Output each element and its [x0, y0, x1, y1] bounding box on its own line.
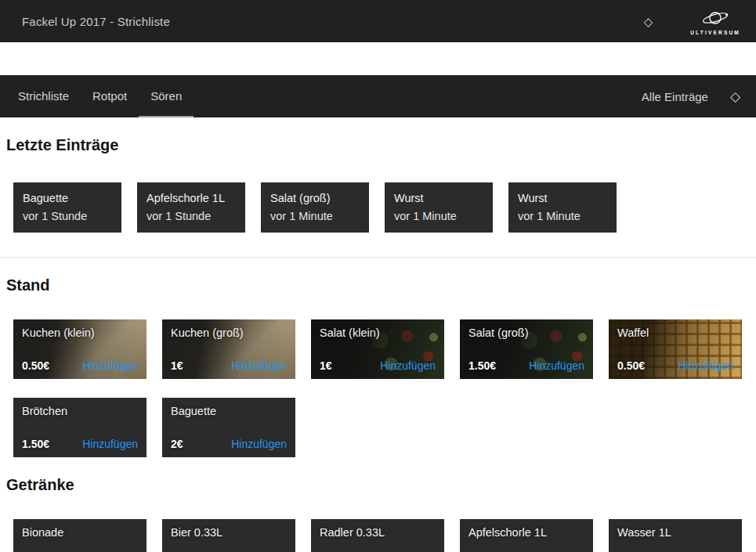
product-name: Bier 0.33L [171, 526, 222, 539]
recent-entry-name: Salat (groß) [270, 189, 360, 207]
recent-entry-name: Wurst [394, 189, 483, 207]
recent-entry-time: vor 1 Minute [518, 207, 607, 225]
product-price: 1.50€ [22, 438, 49, 450]
tab-rotpot[interactable]: Rotpot [81, 75, 139, 117]
product-name: Salat (klein) [320, 327, 380, 339]
recent-entry-card[interactable]: Salat (groß) vor 1 Minute [261, 182, 369, 233]
product-card: Kuchen (groß) 1€ Hinzufügen [162, 319, 295, 379]
hinzufuegen-button[interactable]: Hinzufügen [82, 438, 138, 450]
product-card: Salat (groß) 1.50€ Hinzufügen [460, 319, 593, 379]
header-diamond-icon[interactable]: ◇ [644, 16, 653, 27]
app-header: Fackel Up 2017 - Strichliste ◇ ULTIVERSU… [0, 0, 756, 42]
hinzufuegen-button[interactable]: Hinzufügen [231, 438, 287, 450]
recent-entry-card[interactable]: Apfelschorle 1L vor 1 Stunde [137, 182, 245, 233]
tab-strichliste[interactable]: Strichliste [6, 75, 81, 117]
recent-entry-name: Apfelschorle 1L [146, 189, 236, 207]
product-card: Bier 0.33L [162, 519, 295, 552]
header-actions: ◇ ULTIVERSUM [644, 8, 745, 35]
product-name: Radler 0.33L [320, 526, 385, 539]
product-name: Waffel [617, 327, 649, 339]
logo-text: ULTIVERSUM [690, 30, 740, 35]
product-card: Radler 0.33L [311, 519, 444, 552]
hinzufuegen-button[interactable]: Hinzufügen [231, 359, 287, 372]
product-price: 2€ [171, 438, 183, 450]
product-price: 1€ [171, 359, 183, 372]
recent-entry-card[interactable]: Wurst vor 1 Minute [508, 182, 617, 233]
product-card: Brötchen 1.50€ Hinzufügen [13, 398, 146, 457]
section-title-recent: Letzte Einträge [6, 136, 750, 154]
product-card: Waffel 0.50€ Hinzufügen [609, 319, 742, 379]
drinks-product-grid: Bionade Bier 0.33L Radler 0.33L Apfelsch… [13, 519, 756, 552]
page: Fackel Up 2017 - Strichliste ◇ ULTIVERSU… [0, 0, 756, 552]
recent-entry-name: Baguette [23, 189, 112, 207]
product-card: Bionade [13, 519, 146, 552]
product-name: Brötchen [22, 405, 67, 417]
product-price: 0.50€ [617, 359, 645, 372]
product-price: 0.50€ [22, 359, 49, 372]
hinzufuegen-button[interactable]: Hinzufügen [529, 359, 584, 372]
product-name: Salat (groß) [468, 327, 529, 339]
tabbar-diamond-icon[interactable]: ◇ [730, 90, 740, 103]
product-name: Apfelschorle 1L [468, 526, 547, 539]
main-content: Letzte Einträge Baguette vor 1 Stunde Ap… [0, 136, 756, 552]
product-price: 1€ [320, 359, 332, 372]
product-price: 1.50€ [468, 359, 496, 372]
alle-eintraege-link[interactable]: Alle Einträge [642, 90, 708, 103]
product-card: Kuchen (klein) 0.50€ Hinzufügen [13, 319, 146, 379]
recent-entry-time: vor 1 Stunde [146, 207, 236, 225]
tab-bar: Strichliste Rotpot Sören Alle Einträge ◇ [0, 75, 756, 117]
product-name: Kuchen (klein) [22, 327, 95, 339]
hinzufuegen-button[interactable]: Hinzufügen [678, 359, 733, 372]
recent-entry-card[interactable]: Wurst vor 1 Minute [385, 182, 493, 233]
recent-entry-time: vor 1 Stunde [23, 207, 112, 225]
hinzufuegen-button[interactable]: Hinzufügen [82, 359, 138, 372]
recent-entries-row: Baguette vor 1 Stunde Apfelschorle 1L vo… [13, 182, 756, 233]
product-card: Wasser 1L [609, 519, 742, 552]
section-title-drinks: Getränke [6, 476, 750, 494]
tabbar-right: Alle Einträge ◇ [642, 75, 740, 117]
recent-entry-time: vor 1 Minute [270, 207, 360, 225]
section-divider [0, 257, 756, 258]
ultiversum-logo[interactable]: ULTIVERSUM [690, 8, 745, 35]
product-card: Baguette 2€ Hinzufügen [162, 398, 295, 457]
product-name: Kuchen (groß) [171, 327, 244, 339]
product-card: Apfelschorle 1L [460, 519, 593, 552]
section-title-stand: Stand [6, 276, 750, 294]
product-name: Bionade [22, 526, 63, 539]
recent-entry-time: vor 1 Minute [394, 207, 483, 225]
recent-entry-name: Wurst [518, 189, 607, 207]
tab-soeren[interactable]: Sören [139, 75, 194, 117]
product-name: Wasser 1L [617, 526, 671, 539]
product-name: Baguette [171, 405, 216, 417]
hinzufuegen-button[interactable]: Hinzufügen [380, 359, 436, 372]
app-title: Fackel Up 2017 - Strichliste [22, 15, 170, 28]
product-card: Salat (klein) 1€ Hinzufügen [311, 319, 444, 379]
planet-icon [693, 8, 737, 28]
recent-entry-card[interactable]: Baguette vor 1 Stunde [13, 182, 121, 233]
stand-product-grid: Kuchen (klein) 0.50€ Hinzufügen Kuchen (… [13, 319, 756, 457]
